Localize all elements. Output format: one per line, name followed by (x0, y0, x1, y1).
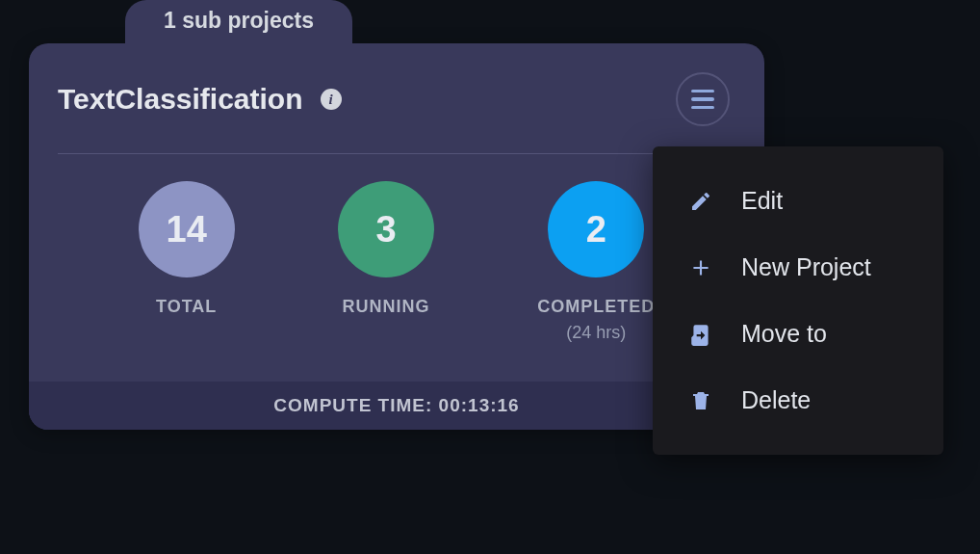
context-menu: Edit New Project Move to Delete (653, 146, 943, 455)
stat-running[interactable]: 3 RUNNING (338, 181, 434, 343)
trash-icon (687, 387, 714, 414)
running-label: RUNNING (342, 297, 429, 317)
menu-item-delete[interactable]: Delete (653, 367, 943, 434)
menu-item-edit-label: Edit (741, 187, 783, 215)
subprojects-tab[interactable]: 1 sub projects (125, 0, 352, 43)
folder-arrow-icon (687, 321, 714, 348)
menu-item-new-project[interactable]: New Project (653, 234, 943, 301)
completed-circle: 2 (548, 181, 644, 277)
hamburger-icon (691, 90, 714, 93)
menu-item-move-to[interactable]: Move to (653, 301, 943, 367)
completed-label: COMPLETED (537, 297, 655, 317)
total-circle: 14 (139, 181, 235, 277)
subprojects-tab-label: 1 sub projects (164, 8, 314, 33)
menu-item-move-to-label: Move to (741, 320, 827, 348)
project-title: TextClassification (58, 83, 303, 116)
menu-item-delete-label: Delete (741, 386, 811, 414)
menu-item-new-project-label: New Project (741, 253, 871, 281)
menu-item-edit[interactable]: Edit (653, 168, 943, 234)
plus-icon (687, 254, 714, 281)
card-header: TextClassification i (58, 72, 735, 154)
completed-sublabel: (24 hrs) (566, 323, 626, 343)
completed-value: 2 (586, 209, 606, 251)
stat-completed[interactable]: 2 COMPLETED (24 hrs) (537, 181, 655, 343)
total-label: TOTAL (156, 297, 217, 317)
running-value: 3 (375, 209, 396, 251)
menu-button[interactable] (676, 72, 730, 126)
info-icon[interactable]: i (321, 89, 342, 110)
title-group: TextClassification i (58, 83, 342, 116)
total-value: 14 (167, 209, 207, 251)
stat-total[interactable]: 14 TOTAL (139, 181, 235, 343)
running-circle: 3 (338, 181, 434, 277)
stats-row: 14 TOTAL 3 RUNNING 2 COMPLETED (24 hrs) (58, 154, 735, 382)
compute-time-text: COMPUTE TIME: 00:13:16 (273, 395, 519, 415)
pencil-icon (687, 188, 714, 215)
